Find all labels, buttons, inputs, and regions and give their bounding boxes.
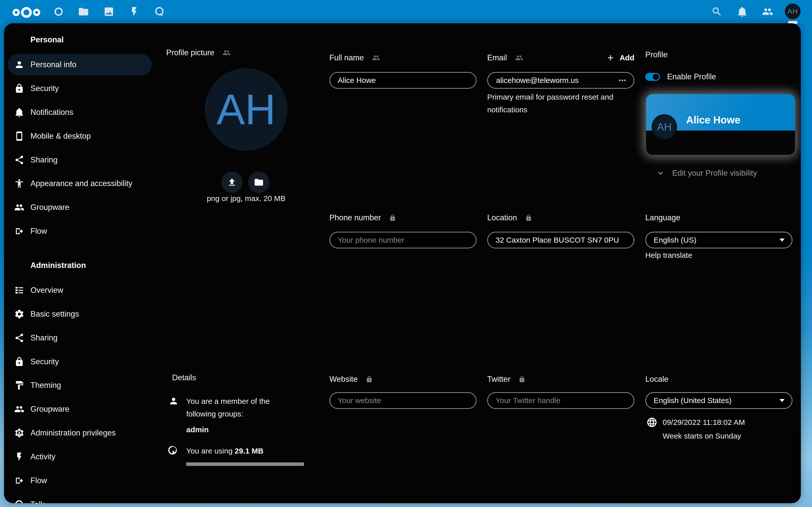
- email-input[interactable]: [496, 76, 617, 85]
- sidebar-item-appearance[interactable]: Appearance and accessibility: [8, 173, 152, 194]
- federation-scope-icon[interactable]: [372, 54, 380, 62]
- email-label: Email: [487, 53, 507, 62]
- enable-profile-row: Enable Profile: [645, 71, 716, 82]
- choose-from-files-button[interactable]: [248, 172, 269, 193]
- website-header: Website: [329, 373, 373, 385]
- sidebar-item-sharing[interactable]: Sharing: [8, 149, 152, 171]
- group-member-icon: [168, 396, 179, 406]
- profile-picture-header: Profile picture: [166, 47, 231, 59]
- sidebar-item-personal-info[interactable]: Personal info: [8, 54, 152, 75]
- location-label: Location: [487, 213, 517, 222]
- email-helper-text: Primary email for password reset and not…: [487, 91, 619, 116]
- flow-icon: [14, 226, 24, 236]
- language-header: Language: [645, 212, 680, 224]
- contacts-icon[interactable]: [762, 6, 773, 17]
- admin-privileges-icon: [14, 428, 24, 438]
- federation-scope-icon[interactable]: [515, 54, 523, 62]
- sidebar-item-mobile-desktop[interactable]: Mobile & desktop: [8, 125, 152, 147]
- chevron-down-icon: [655, 168, 666, 178]
- lock-icon[interactable]: [389, 214, 396, 221]
- folder-icon: [254, 177, 264, 187]
- photos-icon[interactable]: [103, 6, 114, 17]
- sidebar-item-admin-theming[interactable]: Theming: [8, 375, 152, 396]
- sidebar-item-admin-overview[interactable]: Overview: [8, 279, 152, 301]
- enable-profile-toggle[interactable]: [645, 73, 660, 81]
- edit-profile-visibility[interactable]: Edit your Profile visibility: [655, 168, 757, 179]
- activity-icon: [14, 452, 24, 462]
- email-actions-icon[interactable]: [617, 75, 627, 86]
- full-name-label: Full name: [329, 53, 364, 62]
- user-avatar[interactable]: AH: [785, 4, 801, 19]
- dashboard-icon[interactable]: [53, 6, 64, 17]
- language-select[interactable]: English (US): [645, 232, 793, 248]
- activity-icon[interactable]: [129, 6, 140, 17]
- profile-heading: Profile: [645, 50, 668, 59]
- caret-down-icon: [779, 238, 784, 241]
- top-bar: AH: [0, 0, 812, 23]
- sidebar-item-admin-talk[interactable]: Talk: [8, 494, 152, 503]
- paint-icon: [14, 380, 24, 390]
- nextcloud-logo[interactable]: [10, 6, 43, 19]
- bell-icon: [14, 107, 24, 117]
- twitter-header: Twitter: [487, 373, 525, 385]
- quota-icon: [167, 445, 177, 455]
- language-label: Language: [645, 213, 680, 222]
- sidebar-item-groupware[interactable]: Groupware: [8, 196, 152, 218]
- profile-picture-initials: AH: [216, 85, 275, 134]
- location-input[interactable]: [487, 232, 635, 248]
- upload-icon: [227, 177, 237, 187]
- sidebar-heading-administration: Administration: [31, 261, 86, 270]
- accessibility-icon: [14, 178, 24, 188]
- sidebar-item-admin-basic-settings[interactable]: Basic settings: [8, 303, 152, 325]
- overview-icon: [14, 285, 24, 295]
- help-translate-link[interactable]: Help translate: [645, 251, 692, 260]
- locale-week-start: Week starts on Sunday: [663, 431, 741, 442]
- settings-page: Personal Personal info Security Notifica…: [4, 23, 801, 503]
- caret-down-icon: [779, 399, 784, 402]
- gear-icon: [14, 309, 24, 319]
- globe-icon: [646, 417, 657, 428]
- phone-input[interactable]: [329, 232, 476, 248]
- federation-scope-icon[interactable]: [222, 49, 231, 57]
- account-icon: [14, 60, 24, 70]
- location-header: Location: [487, 212, 532, 224]
- email-field: [487, 72, 635, 89]
- website-input[interactable]: [329, 392, 476, 409]
- notifications-icon[interactable]: [737, 6, 748, 17]
- lock-icon[interactable]: [525, 214, 532, 221]
- upload-avatar-button[interactable]: [221, 172, 243, 193]
- full-name-input[interactable]: [329, 72, 476, 89]
- sidebar-item-admin-privileges[interactable]: Administration privileges: [8, 422, 152, 444]
- sidebar-heading-personal: Personal: [31, 35, 64, 44]
- sidebar-item-notifications[interactable]: Notifications: [8, 101, 152, 123]
- files-icon[interactable]: [78, 6, 89, 17]
- sidebar-item-flow[interactable]: Flow: [8, 220, 152, 242]
- website-label: Website: [329, 375, 358, 384]
- details-heading: Details: [172, 373, 196, 382]
- sidebar-item-admin-flow[interactable]: Flow: [8, 470, 152, 492]
- group-name: admin: [186, 424, 209, 436]
- lock-icon[interactable]: [366, 376, 373, 383]
- share-icon: [14, 333, 24, 343]
- sidebar-item-security[interactable]: Security: [8, 77, 152, 99]
- share-icon: [14, 155, 24, 165]
- profile-picture-avatar: AH: [205, 68, 288, 151]
- twitter-input[interactable]: [487, 392, 635, 409]
- phone-label: Phone number: [329, 213, 381, 222]
- talk-icon[interactable]: [154, 6, 165, 17]
- user-avatar-initials: AH: [788, 7, 798, 15]
- profile-card-initials: AH: [657, 121, 672, 133]
- add-email-button[interactable]: Add: [606, 53, 635, 62]
- lock-icon[interactable]: [518, 376, 525, 383]
- locale-datetime: 09/29/2022 11:18:02 AM: [663, 417, 745, 428]
- sidebar-item-admin-sharing[interactable]: Sharing: [8, 327, 152, 349]
- locale-select[interactable]: English (United States): [645, 392, 793, 409]
- sidebar-item-admin-security[interactable]: Security: [8, 351, 152, 373]
- groupware-icon: [14, 404, 24, 414]
- profile-card-avatar: AH: [652, 114, 677, 140]
- sidebar-item-admin-activity[interactable]: Activity: [8, 446, 152, 468]
- email-header: Email Add: [487, 52, 635, 64]
- locale-label: Locale: [645, 375, 668, 384]
- search-icon[interactable]: [711, 6, 722, 17]
- sidebar-item-admin-groupware[interactable]: Groupware: [8, 398, 152, 420]
